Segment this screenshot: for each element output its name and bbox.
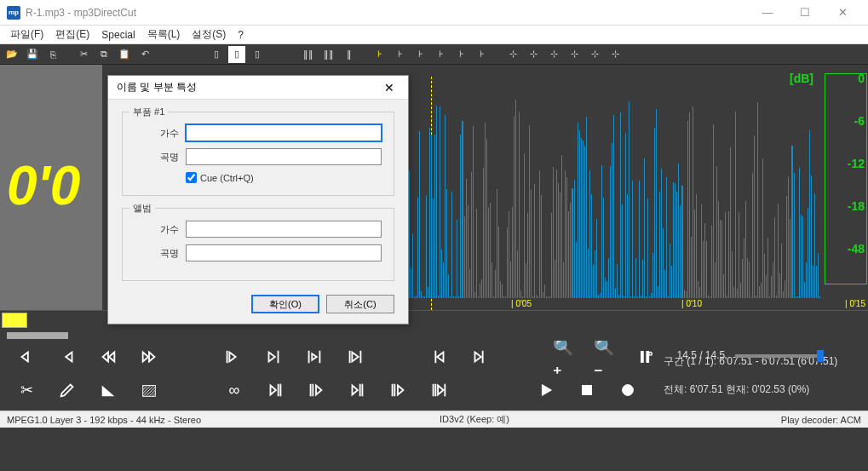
edit-button[interactable] [58,381,77,399]
dialog-title-bar[interactable]: 이름 및 부분 특성 ✕ [108,76,408,100]
sel-start-button[interactable] [223,348,242,366]
menu-special[interactable]: Special [96,27,140,43]
record-button[interactable] [618,381,637,399]
marker4-icon[interactable]: ⊦ [433,46,450,63]
status-decoder: Play decoder: ACM [781,415,861,425]
undo-icon[interactable]: ↶ [136,46,153,63]
ok-button[interactable]: 확인(O) [251,295,319,313]
sel-next-button[interactable] [264,348,283,366]
pause-tb-icon[interactable]: ‖ [341,46,358,63]
album-title-input[interactable] [186,244,382,261]
wave2-icon[interactable]: ‖‖ [320,46,337,63]
status-id3: ID3v2 (Keep: 예) [440,413,509,426]
page1-icon[interactable]: ▯ [228,46,245,63]
close-button[interactable]: ✕ [824,0,861,26]
volume-slider[interactable] [735,354,820,358]
album-artist-input[interactable] [186,221,382,238]
cancel-button[interactable]: 취소(C) [326,295,394,313]
title-label-1: 곡명 [135,151,179,164]
skip-back-button[interactable] [429,348,448,366]
window-title: R-1.mp3 - mp3DirectCut [26,7,136,19]
cue-label: Cue (Ctrl+Q) [200,173,254,183]
zoom-in-button[interactable]: 🔍₊ [555,348,573,366]
menu-file[interactable]: 파일(F) [5,26,49,43]
forward-button[interactable] [140,348,158,366]
menu-edit[interactable]: 편집(E) [50,26,95,43]
minimize-button[interactable]: — [749,0,786,26]
menu-help[interactable]: ? [233,27,249,43]
gain6-icon[interactable]: ⊹ [606,46,624,63]
marker2-icon[interactable]: ⊦ [392,46,409,63]
gain1-icon[interactable]: ⊹ [504,46,521,63]
play-sel5-button[interactable] [429,381,448,399]
svg-rect-3 [143,386,156,397]
paste-icon[interactable]: 📋 [116,46,133,63]
gain2-icon[interactable]: ⊹ [525,46,542,63]
stop-button[interactable] [578,381,596,399]
album-legend: 앨범 [129,202,155,215]
status-bar: MPEG1.0 Layer 3 - 192 kbps - 44 kHz - St… [0,411,868,428]
transport-row-2: ✂ ∞ 구간 (1 / 1): 6'07.51 - 6'07.51 (6'07.… [17,380,851,400]
title-bar: mp R-1.mp3 - mp3DirectCut — ☐ ✕ [0,0,868,26]
menu-list[interactable]: 목록(L) [142,26,186,43]
dialog-close-button[interactable]: ✕ [379,78,400,98]
play-sel4-button[interactable] [388,381,407,399]
save-icon[interactable]: 💾 [24,46,41,63]
skip-fwd-button[interactable] [470,348,489,366]
play-sel1-button[interactable] [266,381,285,399]
gain5-icon[interactable]: ⊹ [586,46,603,63]
cut-icon[interactable]: ✂ [75,46,92,63]
db-label: [dB] [790,72,813,85]
scroll-grip[interactable] [7,332,68,339]
marker3-icon[interactable]: ⊦ [412,46,429,63]
gain4-icon[interactable]: ⊹ [566,46,583,63]
title-label-2: 곡명 [135,247,179,260]
part-legend: 부품 #1 [129,106,168,118]
selection-indicator[interactable] [2,313,27,328]
menu-settings[interactable]: 설정(S) [187,26,231,43]
prev-button[interactable] [58,348,77,366]
cut-button[interactable]: ✂ [17,381,36,399]
svg-point-5 [623,385,634,396]
svg-rect-0 [641,352,643,363]
waveform-bars [409,85,820,298]
open-icon[interactable]: 📂 [3,46,20,63]
artist-label-2: 가수 [135,223,179,236]
pause-button[interactable] [636,348,655,366]
save-as-icon[interactable]: ⎘ [44,46,61,63]
sel-end-button[interactable] [346,348,365,366]
fade-out-button[interactable] [140,381,158,399]
artist-label-1: 가수 [135,127,179,140]
part-artist-input[interactable] [186,124,382,141]
page-icon[interactable]: ▯ [208,46,225,63]
maximize-button[interactable]: ☐ [786,0,824,26]
zoom-out-button[interactable]: 🔍₋ [595,348,614,366]
part-title-input[interactable] [186,148,382,165]
gain3-icon[interactable]: ⊹ [545,46,562,63]
name-properties-dialog: 이름 및 부분 특성 ✕ 부품 #1 가수 곡명 Cue (Ctrl+Q) 앨범… [107,75,409,325]
time-display: 0'0 [7,154,80,217]
play-button[interactable] [537,381,555,399]
play-sel3-button[interactable] [348,381,366,399]
db-tick-3: -18 [848,199,865,213]
marker5-icon[interactable]: ⊦ [453,46,470,63]
rewind-button[interactable] [99,348,118,366]
cue-checkbox[interactable] [186,172,197,183]
status-format: MPEG1.0 Layer 3 - 192 kbps - 44 kHz - St… [7,415,201,425]
album-fieldset: 앨범 가수 곡명 [122,208,394,281]
tick-1: | 0'10 [681,299,702,308]
play-sel2-button[interactable] [307,381,325,399]
prev-start-button[interactable] [17,348,36,366]
fade-in-button[interactable] [99,381,118,399]
dialog-title: 이름 및 부분 특성 [117,80,197,95]
controls-panel: 🔍₊ 🔍₋ 14.5 / 14.5 ✂ ∞ 구간 (1 / 1): 6'07.5… [0,341,868,411]
db-tick-4: -48 [848,242,865,256]
marker6-icon[interactable]: ⊦ [474,46,491,63]
loop-button[interactable]: ∞ [225,381,244,399]
copy-icon[interactable]: ⧉ [95,46,112,63]
page2-icon[interactable]: ▯ [249,46,266,63]
menu-bar: 파일(F) 편집(E) Special 목록(L) 설정(S) ? [0,26,868,44]
sel-play-button[interactable] [305,348,324,366]
marker1-icon[interactable]: ⊦ [371,46,388,63]
wave1-icon[interactable]: ‖‖ [300,46,317,63]
